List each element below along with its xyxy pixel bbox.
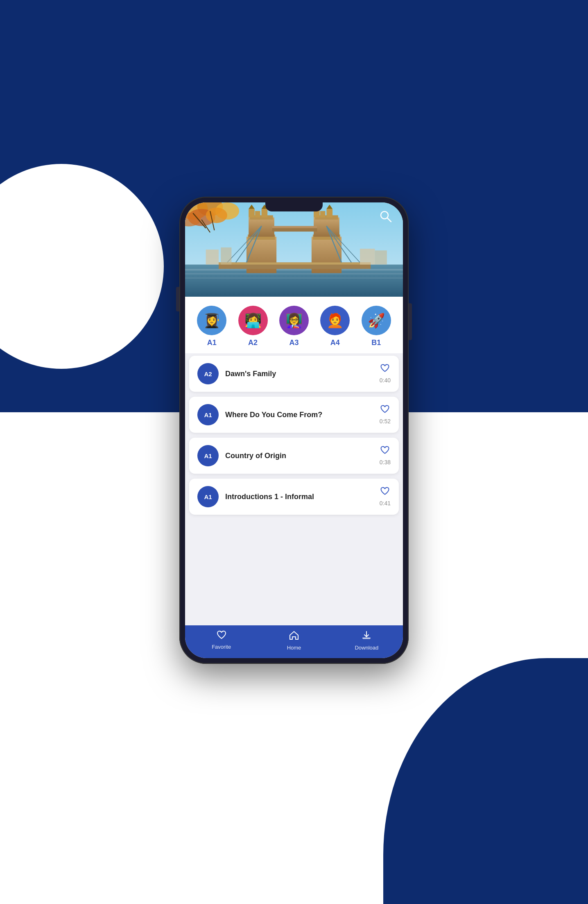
level-badge: A1 (197, 486, 219, 507)
hero-banner (185, 202, 403, 297)
audio-meta: 0:40 (380, 364, 391, 384)
home-nav-label: Home (287, 645, 301, 651)
level-circle-a1[interactable]: 👩‍🎓 (197, 306, 226, 335)
level-label-a1: A1 (207, 338, 217, 347)
level-label-a3: A3 (289, 338, 299, 347)
bottom-navigation: Favorite Home Download (185, 625, 403, 658)
svg-rect-20 (326, 209, 332, 218)
download-nav-label: Download (355, 645, 378, 651)
svg-rect-34 (221, 248, 231, 265)
svg-point-41 (206, 208, 227, 223)
audio-meta: 0:38 (380, 446, 391, 466)
level-badge: A1 (197, 404, 219, 425)
audio-meta: 0:41 (380, 487, 391, 507)
level-circle-a4[interactable]: 🧑‍🦰 (320, 306, 350, 335)
level-item-a2[interactable]: 👩‍💻 A2 (238, 306, 268, 347)
audio-title: Dawn's Family (225, 370, 380, 378)
level-label-a2: A2 (248, 338, 258, 347)
audio-duration: 0:52 (380, 418, 391, 425)
level-circle-a2[interactable]: 👩‍💻 (238, 306, 268, 335)
svg-line-47 (387, 218, 391, 222)
svg-rect-35 (360, 249, 375, 265)
level-label-b1: B1 (371, 338, 381, 347)
level-item-a3[interactable]: 👩‍🏫 A3 (279, 306, 309, 347)
svg-rect-11 (262, 209, 268, 218)
svg-rect-19 (320, 211, 326, 218)
level-badge: A2 (197, 363, 219, 384)
app-content: 👩‍🎓 A1 👩‍💻 A2 👩‍🏫 A3 🧑‍🦰 A4 🚀 B1 A2 Dawn… (185, 202, 403, 658)
audio-duration: 0:40 (380, 377, 391, 384)
levels-section: 👩‍🎓 A1 👩‍💻 A2 👩‍🏫 A3 🧑‍🦰 A4 🚀 B1 (185, 297, 403, 353)
svg-rect-9 (249, 209, 255, 218)
audio-title: Country of Origin (225, 452, 380, 460)
audio-meta: 0:52 (380, 405, 391, 425)
nav-item-home[interactable]: Home (258, 630, 330, 651)
bridge-svg (185, 202, 403, 297)
audio-title: Introductions 1 - Informal (225, 493, 380, 501)
phone-frame: 👩‍🎓 A1 👩‍💻 A2 👩‍🏫 A3 🧑‍🦰 A4 🚀 B1 A2 Dawn… (179, 197, 409, 664)
favorite-icon[interactable] (380, 405, 389, 416)
svg-rect-32 (272, 226, 317, 228)
svg-rect-24 (219, 262, 371, 264)
audio-item[interactable]: A2 Dawn's Family 0:40 (189, 356, 399, 392)
level-badge: A1 (197, 445, 219, 466)
favorite-icon[interactable] (380, 446, 389, 457)
level-item-a1[interactable]: 👩‍🎓 A1 (197, 306, 226, 347)
nav-item-download[interactable]: Download (330, 630, 403, 651)
home-nav-icon (289, 630, 299, 643)
favorite-icon[interactable] (380, 364, 389, 375)
audio-item[interactable]: A1 Where Do You Come From? 0:52 (189, 397, 399, 433)
level-item-a4[interactable]: 🧑‍🦰 A4 (320, 306, 350, 347)
svg-rect-2 (185, 269, 403, 270)
svg-rect-10 (255, 211, 260, 218)
svg-rect-3 (185, 273, 403, 275)
phone-notch (265, 202, 323, 211)
search-icon[interactable] (379, 210, 394, 225)
phone-mockup: 👩‍🎓 A1 👩‍💻 A2 👩‍🏫 A3 🧑‍🦰 A4 🚀 B1 A2 Dawn… (179, 197, 409, 664)
audio-duration: 0:38 (380, 459, 391, 466)
level-circle-b1[interactable]: 🚀 (362, 306, 391, 335)
level-item-b1[interactable]: 🚀 B1 (362, 306, 391, 347)
level-circle-a3[interactable]: 👩‍🏫 (279, 306, 309, 335)
favorite-nav-icon (217, 630, 226, 642)
audio-list: A2 Dawn's Family 0:40 A1 Where Do You Co… (185, 353, 403, 625)
phone-screen: 👩‍🎓 A1 👩‍💻 A2 👩‍🏫 A3 🧑‍🦰 A4 🚀 B1 A2 Dawn… (185, 202, 403, 658)
svg-rect-4 (185, 277, 403, 279)
audio-title: Where Do You Come From? (225, 411, 380, 419)
audio-duration: 0:41 (380, 500, 391, 507)
favorite-nav-label: Favorite (212, 644, 231, 650)
level-label-a4: A4 (330, 338, 340, 347)
svg-rect-48 (363, 638, 370, 639)
header-section (0, 25, 588, 29)
svg-rect-36 (375, 250, 387, 265)
audio-item[interactable]: A1 Country of Origin 0:38 (189, 438, 399, 474)
audio-item[interactable]: A1 Introductions 1 - Informal 0:41 (189, 479, 399, 515)
download-nav-icon (361, 630, 372, 643)
svg-rect-33 (206, 250, 219, 265)
nav-item-favorite[interactable]: Favorite (185, 630, 258, 651)
favorite-icon[interactable] (380, 487, 389, 497)
